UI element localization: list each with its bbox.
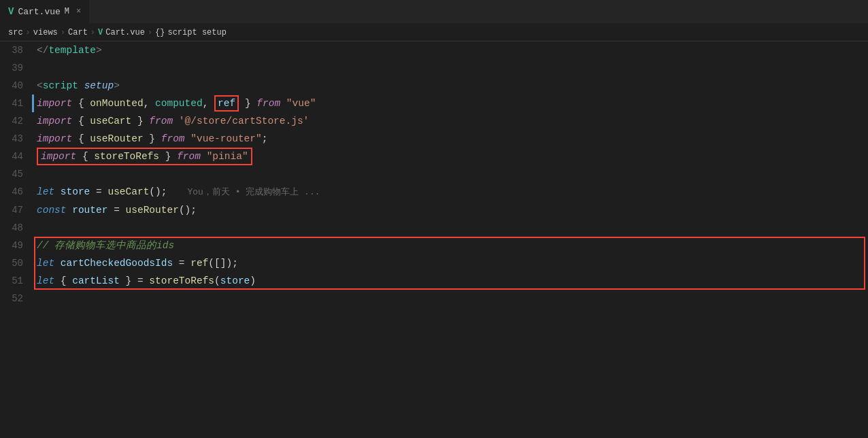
- breadcrumb-sep-1: ›: [26, 28, 31, 37]
- line-content-45: [34, 165, 868, 183]
- code-line-47: 47 const router = useRouter();: [0, 201, 868, 219]
- gutter-blue-41: [32, 95, 34, 112]
- breadcrumb-sep-2: ›: [61, 28, 65, 37]
- code-line-48: 48: [0, 219, 868, 237]
- line-num-51: 51: [0, 272, 34, 290]
- line-num-42: 42: [0, 112, 34, 130]
- code-line-39: 39: [0, 59, 868, 77]
- line-num-48: 48: [0, 219, 34, 237]
- line-num-50: 50: [0, 254, 34, 272]
- line-content-42: import { useCart } from '@/store/cartSto…: [34, 112, 868, 130]
- line-num-40: 40: [0, 77, 34, 95]
- line-num-52: 52: [0, 290, 34, 307]
- tab-modified: M: [65, 7, 69, 16]
- editor: 38 </template> 39 40 <script setup> 41 i…: [0, 41, 868, 438]
- line-content-43: import { useRouter } from "vue-router";: [34, 130, 868, 148]
- line-content-41: import { onMounted, computed, ref } from…: [34, 95, 868, 112]
- line-content-38: </template>: [34, 41, 868, 59]
- line-content-40: <script setup>: [34, 77, 868, 95]
- breadcrumb-views[interactable]: views: [33, 28, 58, 37]
- line-num-43: 43: [0, 130, 34, 148]
- breadcrumb-src[interactable]: src: [8, 28, 23, 37]
- line-num-46: 46: [0, 183, 34, 201]
- line-num-41: 41: [0, 95, 34, 112]
- code-line-52: 52: [0, 290, 868, 307]
- code-line-45: 45: [0, 165, 868, 183]
- code-line-38: 38 </template>: [0, 41, 868, 59]
- code-line-42: 42 import { useCart } from '@/store/cart…: [0, 112, 868, 130]
- line-content-46: let store = useCart();You，前天 • 完成购物车上 ..…: [34, 183, 868, 201]
- breadcrumb-sep-3: ›: [90, 28, 95, 37]
- code-line-41: 41 import { onMounted, computed, ref } f…: [0, 95, 868, 112]
- line-num-49: 49: [0, 237, 34, 254]
- line-content-44: import { storeToRefs } from "pinia": [34, 148, 868, 165]
- line-content-47: const router = useRouter();: [34, 201, 868, 219]
- breadcrumb-cart[interactable]: Cart: [68, 28, 88, 37]
- breadcrumb-script-setup[interactable]: script setup: [167, 28, 226, 37]
- vue-icon: V: [8, 6, 14, 17]
- code-line-50: 50 let cartCheckedGoodsIds = ref([]);: [0, 254, 868, 272]
- line-content-49: // 存储购物车选中商品的ids: [34, 237, 868, 254]
- breadcrumb-braces[interactable]: {}: [155, 28, 165, 37]
- line-num-45: 45: [0, 165, 34, 183]
- redbox-group-49-51: 49 // 存储购物车选中商品的ids 50 let cartCheckedGo…: [0, 237, 868, 290]
- blame-text: You，前天 • 完成购物车上 ...: [187, 187, 320, 197]
- close-icon[interactable]: ×: [76, 7, 81, 16]
- line-num-44: 44: [0, 148, 34, 165]
- line-content-48: [34, 219, 868, 237]
- tab-cart-vue[interactable]: V Cart.vue M ×: [0, 0, 90, 24]
- line-content-39: [34, 59, 868, 77]
- line-num-39: 39: [0, 59, 34, 77]
- breadcrumb-vue-icon: V: [98, 28, 103, 37]
- code-area: 38 </template> 39 40 <script setup> 41 i…: [0, 41, 868, 307]
- code-line-46: 46 let store = useCart();You，前天 • 完成购物车上…: [0, 183, 868, 201]
- line-content-51: let { cartList } = storeToRefs(store): [34, 272, 868, 290]
- tab-bar: V Cart.vue M ×: [0, 0, 868, 24]
- breadcrumb-sep-4: ›: [148, 28, 152, 37]
- code-line-49: 49 // 存储购物车选中商品的ids: [0, 237, 868, 254]
- code-line-40: 40 <script setup>: [0, 77, 868, 95]
- breadcrumb: src › views › Cart › V Cart.vue › {} scr…: [0, 24, 868, 41]
- tab-filename: Cart.vue: [18, 7, 60, 17]
- line-num-38: 38: [0, 41, 34, 59]
- code-line-44: 44 import { storeToRefs } from "pinia": [0, 148, 868, 165]
- line-num-47: 47: [0, 201, 34, 219]
- line-content-52: [34, 290, 868, 307]
- breadcrumb-cartvue[interactable]: Cart.vue: [105, 28, 145, 37]
- code-line-51: 51 let { cartList } = storeToRefs(store): [0, 272, 868, 290]
- line-content-50: let cartCheckedGoodsIds = ref([]);: [34, 254, 868, 272]
- code-line-43: 43 import { useRouter } from "vue-router…: [0, 130, 868, 148]
